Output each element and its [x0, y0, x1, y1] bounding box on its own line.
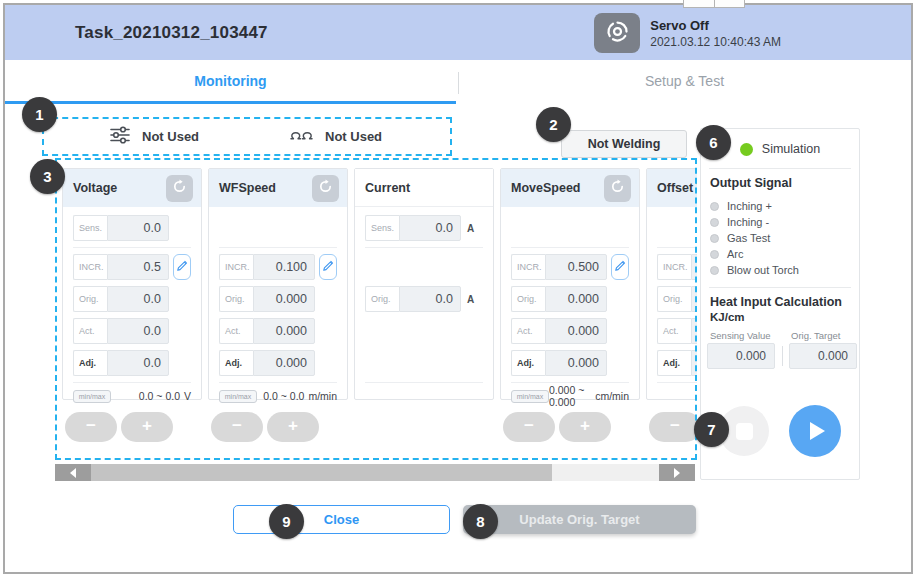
servo-logo-button[interactable] — [594, 13, 640, 53]
signal-blow-out-torch[interactable]: Blow out Torch — [710, 263, 799, 277]
divider — [709, 168, 851, 169]
offset-y-incr-value[interactable] — [691, 254, 697, 280]
voltage-adj-value[interactable]: 0.0 — [107, 350, 169, 376]
movespeed-increment-button[interactable]: + — [559, 412, 611, 442]
signal-inching-plus[interactable]: Inching + — [710, 199, 772, 213]
wfspeed-decrement-button[interactable]: − — [211, 412, 263, 442]
offset-y-adj-row: Adj. — [657, 350, 697, 376]
field-label: Orig. — [657, 286, 691, 312]
voltage-reset-button[interactable] — [166, 175, 193, 202]
sensing-value-label: Sensing Value — [710, 330, 771, 341]
current-orig-value[interactable]: 0.0 — [399, 286, 461, 312]
cards-horizontal-scrollbar[interactable] — [55, 464, 695, 481]
edit-pencil-icon — [322, 260, 334, 275]
movespeed-incr-value[interactable]: 0.500 — [545, 254, 607, 280]
movespeed-edit-pencil-button[interactable] — [611, 254, 629, 280]
wfspeed-edit-pencil-button[interactable] — [319, 254, 337, 280]
offset-y-orig-value[interactable] — [691, 286, 697, 312]
callout-6: 6 — [696, 125, 731, 160]
field-label: INCR. — [219, 254, 253, 280]
divider — [782, 346, 783, 366]
movespeed-card: MoveSpeed INCR. 0.500 — [500, 168, 640, 400]
signal-dot-icon — [710, 202, 719, 211]
divider — [365, 247, 483, 248]
tab-setup-and-test[interactable]: Setup & Test — [458, 60, 911, 102]
current-sens-value[interactable]: 0.0 — [399, 215, 461, 241]
current-orig-row: Orig. 0.0 A — [365, 286, 483, 312]
sliders-icon — [110, 126, 130, 148]
voltage-sens-row: Sens. 0.0 — [73, 215, 191, 241]
wfspeed-reset-button[interactable] — [312, 175, 339, 202]
tab-monitoring[interactable]: Monitoring — [5, 60, 456, 102]
divider — [511, 382, 629, 383]
movespeed-orig-value[interactable]: 0.000 — [545, 286, 607, 312]
voltage-orig-value[interactable]: 0.0 — [107, 286, 169, 312]
not-welding-button[interactable]: Not Welding — [561, 130, 687, 158]
field-label: Adj. — [73, 350, 107, 376]
voltage-edit-pencil-button[interactable] — [173, 254, 191, 280]
wfspeed-adj-value[interactable]: 0.000 — [253, 350, 315, 376]
minmax-tag: min/max — [73, 390, 111, 403]
movespeed-reset-button[interactable] — [604, 175, 631, 202]
wfspeed-minmax-value: 0.0 ~ 0.0 — [263, 390, 304, 402]
voltage-unit: V — [184, 390, 191, 402]
orig-target-field[interactable]: 0.000 — [789, 343, 857, 369]
movespeed-act-value[interactable]: 0.000 — [545, 318, 607, 344]
field-label: Adj. — [219, 350, 253, 376]
scroll-left-button[interactable] — [55, 464, 91, 481]
wfspeed-orig-value[interactable]: 0.000 — [253, 286, 315, 312]
movespeed-adj-value[interactable]: 0.000 — [545, 350, 607, 376]
divider — [657, 247, 697, 248]
offset-y-act-value[interactable] — [691, 318, 697, 344]
voltage-act-value[interactable]: 0.0 — [107, 318, 169, 344]
edit-pencil-icon — [614, 260, 626, 275]
play-icon — [810, 422, 825, 440]
field-label: Sens. — [73, 215, 107, 241]
signal-gas-test[interactable]: Gas Test — [710, 231, 770, 245]
field-label: Act. — [657, 318, 691, 344]
current-orig-unit: A — [467, 286, 474, 312]
wfspeed-act-value[interactable]: 0.000 — [253, 318, 315, 344]
offset-y-orig-row: Orig. — [657, 286, 697, 312]
voltage-decrement-button[interactable]: − — [65, 412, 117, 442]
wfspeed-incr-value[interactable]: 0.100 — [253, 254, 315, 280]
voltage-increment-button[interactable]: + — [121, 412, 173, 442]
scrollbar-thumb[interactable] — [91, 464, 552, 481]
voltage-sens-value[interactable]: 0.0 — [107, 215, 169, 241]
field-label: Orig. — [511, 286, 545, 312]
play-button[interactable] — [789, 405, 841, 457]
field-label: Act. — [219, 318, 253, 344]
voltage-act-row: Act. 0.0 — [73, 318, 191, 344]
title-bar: Task_20210312_103447 Servo Off 2 — [5, 5, 911, 60]
signal-arc[interactable]: Arc — [710, 247, 744, 261]
output-signal-title: Output Signal — [710, 176, 792, 190]
wfspeed-orig-row: Orig. 0.000 — [219, 286, 337, 312]
timestamp: 2021.03.12 10:40:43 AM — [650, 35, 781, 49]
field-label: INCR. — [657, 254, 691, 280]
window-edge-artifact — [683, 0, 745, 8]
voltage-minmax-value: 0.0 ~ 0.0 — [139, 390, 180, 402]
divider — [73, 382, 191, 383]
current-card-title: Current — [365, 181, 410, 195]
offset-y-act-row: Act. — [657, 318, 697, 344]
voltage-incr-value[interactable]: 0.5 — [107, 254, 169, 280]
voltage-card: Voltage Sens. 0.0 INCR. 0.5 — [62, 168, 202, 400]
sensing-value-field[interactable]: 0.000 — [707, 343, 775, 369]
simulation-label: Simulation — [762, 142, 820, 156]
signal-inching-minus[interactable]: Inching - — [710, 215, 769, 229]
offset-y-adj-value[interactable] — [691, 350, 697, 376]
voltage-orig-row: Orig. 0.0 — [73, 286, 191, 312]
field-label: INCR. — [511, 254, 545, 280]
offset-y-decrement-button[interactable]: − — [649, 412, 697, 442]
scroll-left-icon — [70, 468, 76, 478]
divider — [73, 247, 191, 248]
monitor-cards-area: Voltage Sens. 0.0 INCR. 0.5 — [62, 168, 697, 442]
callout-3: 3 — [30, 159, 65, 194]
signal-dot-icon — [710, 266, 719, 275]
movespeed-decrement-button[interactable]: − — [503, 412, 555, 442]
scroll-right-button[interactable] — [659, 464, 695, 481]
wfspeed-increment-button[interactable]: + — [267, 412, 319, 442]
callout-1: 1 — [22, 97, 57, 132]
offset-y-card-title: Offset Y — [657, 181, 697, 195]
close-button[interactable]: Close — [233, 505, 450, 534]
